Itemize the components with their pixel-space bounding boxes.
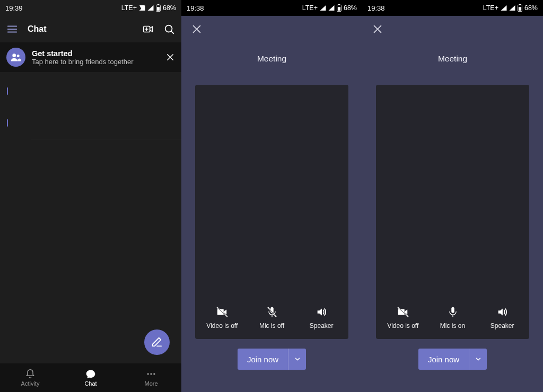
unread-indicator [7,87,8,95]
chevron-down-icon [475,355,482,363]
nav-chat[interactable]: Chat [60,363,121,392]
close-icon [191,23,203,35]
svg-rect-2 [157,7,160,11]
svg-point-16 [150,373,152,375]
svg-rect-20 [338,7,340,11]
close-meeting-button[interactable] [372,23,383,35]
svg-rect-29 [519,7,521,11]
signal-icon [147,5,154,11]
status-time: 19:38 [367,4,385,12]
toggle-video-button[interactable]: Video is off [378,306,428,329]
status-net: LTE+ [302,4,318,12]
status-right: LTE+ 68% [483,4,538,12]
speaker-label: Speaker [491,322,514,329]
signal-icon [139,5,145,11]
page-title: Chat [28,24,133,34]
close-icon [165,52,175,62]
get-started-title: Get started [32,49,159,58]
bottom-nav: Activity Chat More [0,363,181,392]
status-time: 19:39 [5,4,23,12]
signal-icon [320,5,326,11]
get-started-avatar [6,48,25,67]
signal-icon [509,5,515,11]
join-options-dropdown[interactable] [288,349,306,370]
svg-rect-28 [519,4,521,5]
speaker-icon [496,306,508,318]
search-button[interactable] [163,23,175,35]
more-icon [146,369,156,379]
mic-status-label: Mic is off [259,322,284,329]
list-divider [31,139,181,139]
video-status-label: Video is off [206,322,238,329]
chat-icon [85,369,96,379]
svg-rect-19 [338,4,340,5]
get-started-card[interactable]: Get started Tap here to bring friends to… [0,42,181,72]
video-preview: Video is off Mic is off Speaker [195,85,348,339]
toggle-speaker-button[interactable]: Speaker [477,306,527,329]
close-icon [372,23,383,35]
status-net: LTE+ [483,4,498,12]
menu-button[interactable] [6,23,18,35]
compose-fab[interactable] [144,329,170,355]
mic-status-label: Mic is on [440,322,465,329]
mic-on-icon [447,306,459,318]
unread-indicator [7,119,8,127]
signal-icon [501,5,507,11]
video-meet-icon [142,23,154,35]
nav-activity-label: Activity [21,380,40,387]
status-time: 19:38 [187,4,204,12]
toggle-mic-button[interactable]: Mic is off [247,306,297,329]
nav-activity[interactable]: Activity [0,363,60,392]
search-icon [163,23,175,35]
join-now-button-group: Join now [238,349,306,370]
svg-rect-1 [157,4,160,5]
toggle-speaker-button[interactable]: Speaker [296,306,346,329]
video-preview: Video is off Mic is on Speaker [376,85,529,339]
video-status-label: Video is off [387,322,418,329]
chat-header: Chat [0,16,181,42]
meeting-title: Meeting [181,54,362,64]
status-right: LTE+ 68% [302,4,357,12]
status-battery: 68% [163,4,176,12]
svg-point-15 [147,373,149,375]
nav-chat-label: Chat [84,380,97,387]
battery-icon [518,4,522,12]
svg-line-10 [171,31,173,33]
get-started-subtitle: Tap here to bring friends together [32,58,159,66]
status-battery: 68% [344,4,357,12]
meeting-title: Meeting [362,54,543,64]
speaker-label: Speaker [310,322,334,329]
hamburger-icon [6,23,18,35]
svg-point-17 [153,373,155,375]
battery-icon [337,4,341,12]
svg-point-12 [17,55,20,57]
svg-point-11 [12,54,16,57]
get-started-close-button[interactable] [165,52,175,62]
join-options-dropdown[interactable] [469,349,487,370]
close-meeting-button[interactable] [191,23,203,35]
video-off-icon [216,306,228,318]
chevron-down-icon [294,355,301,363]
nav-more-label: More [144,380,157,387]
join-now-button[interactable]: Join now [238,349,288,370]
people-icon [11,52,21,63]
mic-off-icon [266,306,278,318]
status-battery: 68% [524,4,538,12]
battery-icon [156,4,161,12]
toggle-mic-button[interactable]: Mic is on [428,306,478,329]
toggle-video-button[interactable]: Video is off [197,306,247,329]
speaker-icon [316,306,327,318]
video-off-icon [397,306,409,318]
status-net: LTE+ [121,4,137,12]
bell-icon [25,369,36,379]
join-now-button-group: Join now [418,349,487,370]
signal-icon [328,5,335,11]
meet-now-button[interactable] [142,23,154,35]
status-right: LTE+ 68% [121,4,176,12]
join-now-button[interactable]: Join now [418,349,469,370]
nav-more[interactable]: More [121,363,181,392]
compose-icon [151,336,163,348]
